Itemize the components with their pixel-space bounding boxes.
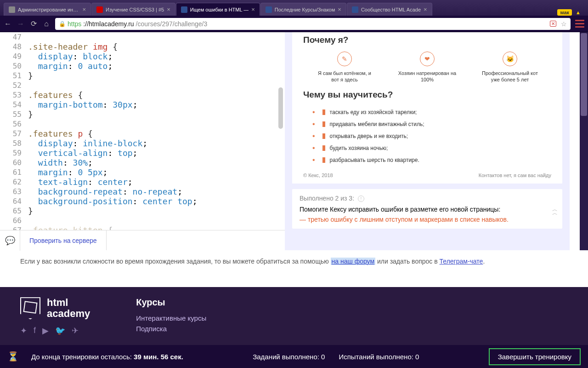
mac-badge: мак bbox=[557, 9, 572, 16]
workspace: 4748495051525354555657585960616263646566… bbox=[0, 32, 588, 250]
close-icon[interactable]: × bbox=[82, 6, 86, 13]
browser-tab[interactable]: Администрирование интер× bbox=[4, 3, 91, 16]
forum-link[interactable]: на наш форум bbox=[331, 258, 375, 265]
browser-tab[interactable]: Ищем ошибки в HTML —× bbox=[176, 3, 260, 16]
skill-item: открывать дверь и не входить; bbox=[303, 130, 551, 142]
lock-icon: 🔒 bbox=[59, 21, 66, 27]
feature-text: Я сам был котёнком, и вот я здесь bbox=[315, 70, 374, 83]
line-gutter: 4748495051525354555657585960616263646566… bbox=[0, 32, 25, 250]
skill-marker-icon bbox=[322, 157, 325, 163]
feature-icon: 🐱 bbox=[503, 52, 517, 66]
skill-item: таскать еду из хозяйской тарелки; bbox=[303, 106, 551, 118]
favicon-icon bbox=[181, 6, 187, 13]
check-server-button[interactable]: Проверить на сервере bbox=[20, 230, 107, 250]
status-title: Выполнено 2 из 3: bbox=[300, 195, 354, 202]
bottom-bar: ⏳ До конца тренировки осталось: 39 мин. … bbox=[0, 345, 588, 368]
favicon-icon bbox=[96, 6, 103, 13]
skill-text: разбрасывать шерсть по квартире. bbox=[330, 157, 419, 163]
fb-icon[interactable]: f bbox=[34, 326, 36, 336]
warning-icon: ▲ bbox=[576, 10, 581, 15]
task-status-panel: Выполнено 2 из 3: ! Помогите Кексу испра… bbox=[292, 189, 562, 229]
page-scrollbar[interactable] bbox=[580, 32, 588, 250]
tab-label: Сообщество HTML Acade bbox=[361, 7, 421, 12]
help-pre: Если у вас возникли сложности во время п… bbox=[20, 258, 331, 265]
url-host: ://htmlacademy.ru bbox=[83, 20, 134, 28]
skill-text: придавать мебели винтажный стиль; bbox=[330, 121, 424, 127]
code-content[interactable]: .site-header img { display: block; margi… bbox=[25, 32, 198, 250]
twitter-icon[interactable]: 🐦 bbox=[55, 326, 65, 336]
top-right-controls: мак ▲ bbox=[557, 9, 584, 16]
reload-button[interactable]: ⟳ bbox=[29, 20, 38, 28]
tab-label: Ищем ошибки в HTML — bbox=[190, 7, 249, 12]
url-field[interactable]: 🔒 https://htmlacademy.ru/courses/297/cha… bbox=[55, 18, 571, 30]
browser-tab[interactable]: Изучение CSS/CSS3 | #5× bbox=[91, 3, 175, 16]
tab-label: Последние Курсы/Знаком bbox=[275, 7, 335, 12]
feature-item: 🐱Профессиональный кот уже более 5 лет bbox=[480, 52, 540, 83]
timer-text: До конца тренировки осталось: 39 мин. 56… bbox=[31, 353, 183, 361]
youtube-icon[interactable]: ▶ bbox=[42, 326, 49, 336]
social-links: ✦ f ▶ 🐦 ✈ bbox=[20, 326, 90, 336]
tab-label: Администрирование интер bbox=[18, 7, 79, 12]
hamburger-menu[interactable] bbox=[575, 19, 584, 29]
help-strip: Если у вас возникли сложности во время п… bbox=[0, 250, 588, 287]
skill-text: будить хозяина ночью; bbox=[330, 145, 388, 151]
feature-icon: ❤ bbox=[420, 52, 435, 66]
skill-item: придавать мебели винтажный стиль; bbox=[303, 118, 551, 130]
code-editor-pane[interactable]: 4748495051525354555657585960616263646566… bbox=[0, 32, 285, 250]
feature-icon: ✎ bbox=[337, 52, 352, 66]
url-protocol: https bbox=[68, 20, 81, 28]
browser-tab[interactable]: Сообщество HTML Acade× bbox=[347, 3, 432, 16]
footer-link[interactable]: Интерактивные курсы bbox=[136, 314, 206, 322]
forward-button[interactable]: → bbox=[17, 20, 25, 28]
home-button[interactable]: ⌂ bbox=[42, 20, 51, 28]
back-button[interactable]: ← bbox=[4, 20, 12, 28]
bookmark-icon[interactable]: ☆ bbox=[561, 20, 567, 28]
block-icon[interactable]: ✕ bbox=[550, 21, 556, 27]
skill-text: открывать дверь и не входить; bbox=[330, 133, 408, 139]
browser-tab-strip: Администрирование интер×Изучение CSS/CSS… bbox=[0, 0, 588, 16]
logo-text: htmlacademy bbox=[47, 297, 90, 319]
editor-scrollbar[interactable] bbox=[278, 87, 283, 129]
courses-heading: Курсы bbox=[136, 297, 206, 308]
editor-footer: 💬 Проверить на сервере bbox=[0, 230, 285, 250]
page-footer: htmlacademy ✦ f ▶ 🐦 ✈ Курсы Интерактивны… bbox=[0, 287, 588, 345]
skill-item: будить хозяина ночью; bbox=[303, 142, 551, 154]
chat-icon[interactable]: 💬 bbox=[0, 230, 20, 251]
browser-tab[interactable]: Последние Курсы/Знаком× bbox=[260, 3, 346, 16]
favicon-icon bbox=[9, 6, 15, 13]
collapse-icon[interactable]: ︿︿ bbox=[552, 207, 558, 215]
skill-text: таскать еду из хозяйской тарелки; bbox=[330, 109, 417, 115]
close-icon[interactable]: × bbox=[424, 6, 427, 13]
telegram-link[interactable]: Телеграм-чате bbox=[440, 258, 483, 265]
feature-text: Профессиональный кот уже более 5 лет bbox=[480, 70, 540, 83]
close-icon[interactable]: × bbox=[251, 6, 255, 13]
tab-label: Изучение CSS/CSS3 | #5 bbox=[106, 7, 164, 12]
info-icon[interactable]: ! bbox=[358, 196, 364, 202]
finish-button[interactable]: Завершить тренировку bbox=[489, 348, 581, 365]
hourglass-icon: ⏳ bbox=[7, 351, 17, 362]
preview-pane: Почему я? ✎Я сам был котёнком, и вот я з… bbox=[285, 32, 570, 250]
skill-item: разбрасывать шерсть по квартире. bbox=[303, 154, 551, 166]
skill-marker-icon bbox=[322, 145, 325, 151]
status-help-text: Помогите Кексу исправить ошибки в размет… bbox=[300, 206, 555, 213]
feature-text: Хозяин натренирован на 100% bbox=[397, 70, 457, 83]
skill-marker-icon bbox=[322, 133, 325, 139]
address-bar: ← → ⟳ ⌂ 🔒 https://htmlacademy.ru/courses… bbox=[0, 16, 588, 32]
close-icon[interactable]: × bbox=[338, 6, 341, 13]
telegram-icon[interactable]: ✈ bbox=[72, 326, 79, 336]
close-icon[interactable]: × bbox=[167, 6, 170, 13]
feature-item: ❤Хозяин натренирован на 100% bbox=[397, 52, 457, 83]
vk-icon[interactable]: ✦ bbox=[20, 326, 27, 336]
section-learn-title: Чему вы научитесь? bbox=[303, 90, 551, 100]
favicon-icon bbox=[266, 6, 272, 13]
logo-icon bbox=[20, 297, 40, 319]
footer-link[interactable]: Подписка bbox=[136, 325, 206, 333]
feature-item: ✎Я сам был котёнком, и вот я здесь bbox=[315, 52, 374, 83]
skills-list: таскать еду из хозяйской тарелки;придава… bbox=[303, 106, 551, 166]
trials-done: Испытаний выполнено: 0 bbox=[339, 353, 419, 361]
copyright-text: © Кекс, 2018 bbox=[303, 172, 333, 178]
status-error-text: третью ошибку с лишним отступом и маркер… bbox=[300, 216, 555, 223]
help-post: . bbox=[483, 258, 485, 265]
url-path: /courses/297/challenge/3 bbox=[136, 20, 208, 28]
skill-marker-icon bbox=[322, 121, 325, 127]
